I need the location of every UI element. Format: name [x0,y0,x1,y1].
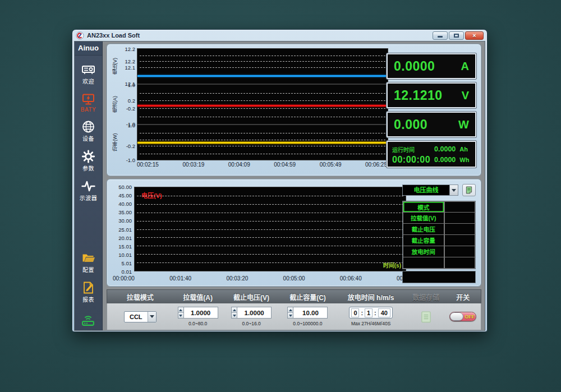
sidebar-item-scope[interactable]: 示波器 [80,179,98,202]
folder-icon [81,251,95,265]
y-tick-label: 45.00 [118,192,132,199]
x-tick-label: 00:03:19 [182,162,204,168]
table-row[interactable]: 放电时间 [403,246,475,257]
y-tick-label: 25.01 [118,226,132,232]
gridline [137,246,403,246]
y-tick-label: 40.00 [118,201,132,207]
table-row[interactable]: 截止容量 [403,235,475,246]
sidebar-item-welcome[interactable]: 欢迎 [81,63,95,85]
y-tick-label: 12.2 [125,45,136,52]
data-storage-button[interactable] [420,310,433,324]
param-value-cell[interactable] [444,224,475,235]
y-tick-label: -1.0 [126,157,135,163]
hours-field[interactable]: 0 [351,308,359,317]
sidebar-item-baty[interactable]: BATY [81,93,96,113]
param-label-cell[interactable]: 放电时间 [403,246,444,257]
gear-icon [81,150,95,163]
y-tick-label: 35.00 [118,209,132,215]
gridline [140,117,385,117]
titlebar[interactable]: AN23xx Load Soft × [74,30,485,41]
discharge-time-max: Max 27H/46M/40S [351,321,390,326]
plot-area [137,48,388,84]
export-report-button[interactable] [462,184,476,196]
sidebar-item-label: 设备 [82,134,94,142]
power-unit: W [458,118,469,131]
table-row[interactable] [403,257,475,269]
param-label-cell[interactable]: 截止电压 [403,224,444,235]
x-tick-label: 00:06:25 [365,162,387,168]
current-unit: A [461,60,469,73]
param-value-cell[interactable] [444,235,475,246]
table-row[interactable]: 截止电压 [403,224,475,235]
maximize-button[interactable] [449,31,464,40]
parameter-table-footer [402,271,476,283]
waveform-icon [81,179,95,193]
gridline [137,204,403,205]
load-value-field[interactable]: 1.0000 [183,307,218,319]
spin-up-icon[interactable] [288,307,293,313]
header-switch: 开关 [445,292,481,302]
curve-y-axis: 50.0045.0040.0035.0030.0025.0120.0115.01… [111,187,133,271]
chevron-down-icon[interactable] [148,312,156,322]
param-label-cell[interactable]: 截止容量 [403,235,444,246]
y-tick-label: 50.00 [118,184,132,190]
spin-up-icon[interactable] [232,307,237,313]
voltage-unit: V [462,89,469,102]
load-mode-select[interactable]: CCL [124,311,157,322]
parameter-table: 模式拉载值(V)截止电压截止容量放电时间 [402,201,476,269]
sidebar-item-report[interactable]: 报表 [81,281,95,303]
curve-type-select[interactable]: 电压曲线 [402,185,458,196]
spin-up-icon[interactable] [178,307,183,313]
param-label: 截止容量 [412,236,435,245]
param-value-cell[interactable] [444,213,475,224]
spin-down-icon[interactable] [232,313,237,318]
chevron-down-icon[interactable] [449,185,458,195]
y-ticks: 1.0-0.2-1.0 [118,124,137,160]
strip-charts: 电压(V)12.212.212.112.1电流(A)1.00.2-0.2-1.0… [111,48,388,173]
gridline [140,108,385,109]
table-row[interactable]: 模式 [403,201,475,213]
voltage-readout: 12.1210 V [387,82,476,108]
param-label-cell[interactable]: 拉载值(V) [403,213,444,224]
cutoff-capacity-spinner[interactable]: 10.00 [287,307,328,319]
sidebar-item-params[interactable]: 参数 [81,150,95,172]
curve-type-value: 电压曲线 [403,185,449,195]
gridline [140,67,385,68]
close-button[interactable]: × [465,31,484,40]
load-value-spinner[interactable]: 1.0000 [178,307,218,319]
readouts: 0.0000 A 12.1210 V 0.000 W 运行时间 0.0000 [387,53,476,168]
param-value-cell[interactable] [444,257,475,269]
param-value-cell[interactable] [444,246,475,257]
cutoff-voltage-spinner[interactable]: 1.0000 [231,307,272,319]
toggle-knob[interactable] [450,312,463,321]
x-tick-label: 00:03:20 [226,275,248,282]
gridline [140,140,385,140]
discharge-time-input[interactable]: 0 : 1 : 40 [349,307,392,319]
monitor-panel: 电压(V)12.212.212.112.1电流(A)1.00.2-0.2-1.0… [107,44,481,176]
param-label-cell[interactable] [403,257,444,269]
minimize-button[interactable] [433,31,448,40]
strip-x-axis: 00:02:1500:03:1900:04:0900:04:5900:05:49… [137,160,387,168]
seconds-field[interactable]: 40 [378,308,390,317]
y-tick-label: 15.01 [118,243,132,249]
param-value-cell[interactable] [444,201,475,213]
sidebar-item-device[interactable]: 设备 [81,120,95,142]
y-ticks: 12.212.212.112.1 [118,48,137,84]
spin-down-icon[interactable] [178,313,183,318]
gridline [140,133,385,133]
x-tick-label: 00:04:09 [228,162,250,168]
gridline [137,262,403,263]
x-tick-label: 00:06:40 [340,275,362,282]
param-label-cell[interactable]: 模式 [403,201,444,213]
cutoff-voltage-field[interactable]: 1.0000 [237,307,272,319]
globe-icon [81,120,95,133]
sidebar-item-config[interactable]: 配置 [81,251,95,274]
gridline [140,146,385,146]
x-tick-label: 00:02:15 [137,162,159,168]
minutes-field[interactable]: 1 [365,308,373,317]
spin-down-icon[interactable] [288,313,293,318]
gridline [137,196,403,196]
cutoff-capacity-field[interactable]: 10.00 [293,307,328,319]
table-row[interactable]: 拉载值(V) [403,213,475,224]
power-switch-toggle[interactable]: OFF [449,312,476,321]
